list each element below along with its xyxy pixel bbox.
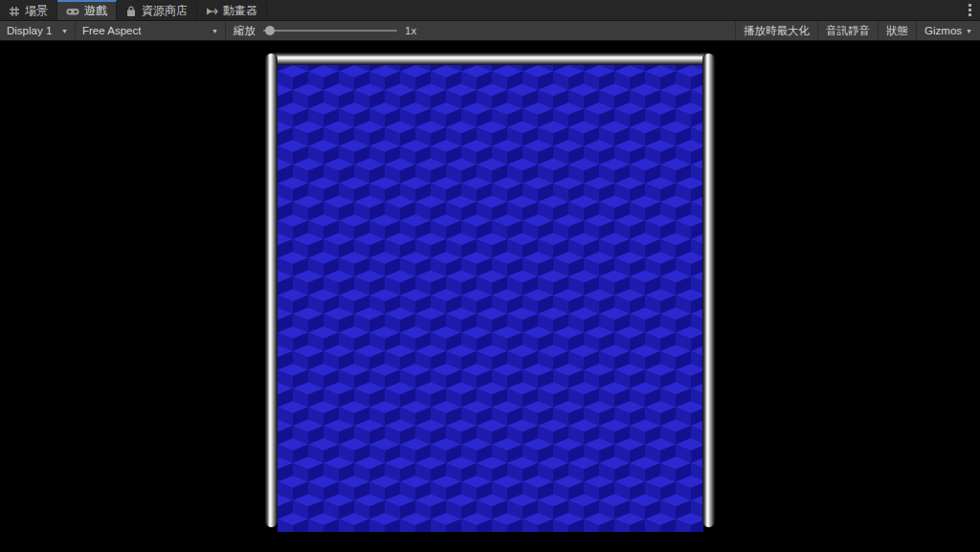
tab-label: 場景 xyxy=(25,3,48,19)
aspect-dropdown-value: Free Aspect xyxy=(82,25,141,36)
mute-audio-label: 音訊靜音 xyxy=(826,24,870,38)
grid-icon xyxy=(9,6,20,17)
tab-label: 資源商店 xyxy=(142,3,188,19)
chevron-down-icon: ▼ xyxy=(966,28,972,34)
gizmos-dropdown[interactable]: Gizmos ▼ xyxy=(916,21,980,40)
stats-label: 狀態 xyxy=(886,24,908,38)
tab-label: 動畫器 xyxy=(223,3,257,19)
maximize-on-play-button[interactable]: 播放時最大化 xyxy=(735,21,817,40)
tab-bar: 場景 遊戲 資源商店 動畫器 xyxy=(0,0,980,21)
game-wall-top xyxy=(265,53,715,65)
tab-animator[interactable]: 動畫器 xyxy=(197,0,267,20)
game-hex-texture xyxy=(278,65,703,532)
chevron-down-icon: ▼ xyxy=(212,28,218,34)
aspect-dropdown[interactable]: Free Aspect ▼ xyxy=(76,21,225,40)
zoom-value: 1x xyxy=(397,25,428,36)
tab-label: 遊戲 xyxy=(84,3,107,19)
gizmos-label: Gizmos xyxy=(924,25,962,36)
tab-game[interactable]: 遊戲 xyxy=(57,0,117,20)
mute-audio-button[interactable]: 音訊靜音 xyxy=(817,21,878,40)
zoom-slider-label: 縮放 xyxy=(226,24,263,38)
display-dropdown[interactable]: Display 1 ▼ xyxy=(0,21,75,40)
tab-scene[interactable]: 場景 xyxy=(0,0,57,20)
tabbar-spacer xyxy=(267,0,959,20)
game-wall-left xyxy=(265,53,278,528)
animator-icon xyxy=(206,6,218,17)
shopping-bag-icon xyxy=(125,6,137,17)
zoom-slider-track[interactable] xyxy=(263,30,397,32)
window-menu-icon[interactable] xyxy=(959,0,980,20)
game-viewport[interactable] xyxy=(0,41,980,551)
tab-asset-store[interactable]: 資源商店 xyxy=(117,0,197,20)
game-view-toolbar: Display 1 ▼ Free Aspect ▼ 縮放 1x 播放時最大化 音… xyxy=(0,21,980,41)
gamepad-icon xyxy=(66,6,79,17)
zoom-slider[interactable] xyxy=(263,21,397,40)
stats-button[interactable]: 狀態 xyxy=(878,21,916,40)
zoom-slider-handle[interactable] xyxy=(265,26,275,35)
chevron-down-icon: ▼ xyxy=(61,28,68,34)
display-dropdown-value: Display 1 xyxy=(7,25,52,36)
maximize-on-play-label: 播放時最大化 xyxy=(744,24,810,38)
game-wall-right xyxy=(702,53,715,528)
